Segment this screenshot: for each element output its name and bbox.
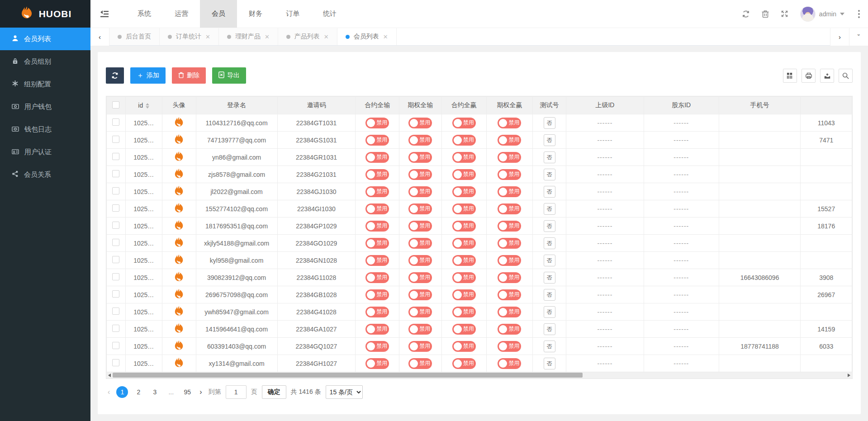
sidebar-item-3[interactable]: 用户钱包 [0, 95, 90, 118]
test-account-badge[interactable]: 否 [544, 117, 555, 129]
status-toggle[interactable]: 禁用 [408, 221, 432, 232]
sidebar-toggle-icon[interactable] [90, 10, 118, 18]
sort-icon[interactable] [146, 103, 149, 109]
tab-close-icon[interactable]: ✕ [205, 33, 210, 40]
test-account-badge[interactable]: 否 [544, 272, 555, 284]
export-data-icon[interactable] [820, 69, 834, 83]
tabs-scroll-right-icon[interactable]: › [830, 28, 849, 46]
status-toggle[interactable]: 禁用 [408, 341, 432, 352]
tab-3[interactable]: 产品列表✕ [278, 28, 337, 45]
more-options-icon[interactable] [856, 8, 862, 20]
status-toggle[interactable]: 禁用 [365, 358, 389, 369]
status-toggle[interactable]: 禁用 [365, 324, 389, 335]
test-account-badge[interactable]: 否 [544, 306, 555, 318]
status-toggle[interactable]: 禁用 [365, 169, 389, 180]
page-number-1[interactable]: 1 [116, 386, 128, 398]
test-account-badge[interactable]: 否 [544, 289, 555, 301]
test-account-badge[interactable]: 否 [544, 237, 555, 249]
confirm-page-button[interactable]: 确定 [262, 385, 286, 399]
status-toggle[interactable]: 禁用 [452, 238, 476, 249]
status-toggle[interactable]: 禁用 [498, 203, 521, 214]
sidebar-item-0[interactable]: 会员列表 [0, 28, 90, 50]
column-header-0[interactable]: id [125, 97, 162, 114]
row-checkbox[interactable] [112, 290, 119, 298]
row-checkbox[interactable] [112, 222, 119, 229]
top-menu-item-2[interactable]: 会员 [200, 0, 237, 28]
row-checkbox[interactable] [112, 170, 119, 177]
status-toggle[interactable]: 禁用 [365, 203, 389, 214]
refresh-icon[interactable] [742, 10, 750, 18]
status-toggle[interactable]: 禁用 [498, 169, 521, 180]
page-number-3[interactable]: 3 [149, 386, 161, 398]
status-toggle[interactable]: 禁用 [408, 135, 432, 146]
status-toggle[interactable]: 禁用 [408, 272, 432, 283]
tabs-scroll-left-icon[interactable]: ‹ [90, 28, 109, 46]
refresh-table-button[interactable] [106, 67, 124, 84]
trash-icon[interactable] [762, 10, 769, 18]
status-toggle[interactable]: 禁用 [452, 358, 476, 369]
sidebar-item-6[interactable]: 会员关系 [0, 163, 90, 186]
status-toggle[interactable]: 禁用 [365, 307, 389, 317]
status-toggle[interactable]: 禁用 [365, 221, 389, 232]
status-toggle[interactable]: 禁用 [498, 221, 521, 232]
status-toggle[interactable]: 禁用 [498, 152, 521, 163]
test-account-badge[interactable]: 否 [544, 151, 555, 163]
status-toggle[interactable]: 禁用 [498, 307, 521, 317]
status-toggle[interactable]: 禁用 [408, 118, 432, 128]
status-toggle[interactable]: 禁用 [408, 169, 432, 180]
top-menu-item-0[interactable]: 系统 [126, 0, 163, 28]
status-toggle[interactable]: 禁用 [452, 186, 476, 197]
status-toggle[interactable]: 禁用 [452, 307, 476, 317]
test-account-badge[interactable]: 否 [544, 341, 555, 352]
row-checkbox[interactable] [112, 118, 119, 126]
tab-0[interactable]: 后台首页 [109, 28, 160, 45]
print-icon[interactable] [802, 69, 816, 83]
status-toggle[interactable]: 禁用 [408, 238, 432, 249]
status-toggle[interactable]: 禁用 [498, 118, 521, 128]
status-toggle[interactable]: 禁用 [365, 118, 389, 128]
status-toggle[interactable]: 禁用 [408, 152, 432, 163]
status-toggle[interactable]: 禁用 [365, 341, 389, 352]
add-button[interactable]: ＋ 添加 [130, 67, 166, 84]
row-checkbox[interactable] [112, 273, 119, 280]
test-account-badge[interactable]: 否 [544, 186, 555, 198]
row-checkbox[interactable] [112, 136, 119, 143]
status-toggle[interactable]: 禁用 [365, 186, 389, 197]
tab-close-icon[interactable]: ✕ [324, 33, 329, 40]
status-toggle[interactable]: 禁用 [365, 272, 389, 283]
sidebar-item-2[interactable]: 组别配置 [0, 73, 90, 95]
status-toggle[interactable]: 禁用 [498, 324, 521, 335]
row-checkbox[interactable] [112, 239, 119, 246]
select-all-checkbox[interactable] [112, 101, 119, 109]
status-toggle[interactable]: 禁用 [408, 203, 432, 214]
status-toggle[interactable]: 禁用 [452, 272, 476, 283]
sidebar-item-1[interactable]: 会员组别 [0, 50, 90, 73]
test-account-badge[interactable]: 否 [544, 169, 555, 180]
tab-1[interactable]: 订单统计✕ [160, 28, 219, 45]
status-toggle[interactable]: 禁用 [365, 135, 389, 146]
status-toggle[interactable]: 禁用 [498, 272, 521, 283]
top-menu-item-1[interactable]: 运营 [163, 0, 200, 28]
row-checkbox[interactable] [112, 359, 119, 366]
test-account-badge[interactable]: 否 [544, 255, 555, 266]
test-account-badge[interactable]: 否 [544, 134, 555, 146]
row-checkbox[interactable] [112, 256, 119, 263]
delete-button[interactable]: 删除 [172, 67, 206, 84]
tab-4[interactable]: 会员列表✕ [337, 28, 397, 45]
status-toggle[interactable]: 禁用 [408, 289, 432, 300]
status-toggle[interactable]: 禁用 [498, 135, 521, 146]
status-toggle[interactable]: 禁用 [498, 341, 521, 352]
prev-page-icon[interactable]: ‹ [106, 388, 112, 396]
status-toggle[interactable]: 禁用 [498, 289, 521, 300]
scroll-left-arrow-icon[interactable] [108, 374, 111, 377]
scroll-right-arrow-icon[interactable] [848, 374, 850, 377]
test-account-badge[interactable]: 否 [544, 323, 555, 335]
status-toggle[interactable]: 禁用 [452, 169, 476, 180]
next-page-icon[interactable]: › [198, 388, 204, 396]
tab-close-icon[interactable]: ✕ [383, 33, 388, 40]
status-toggle[interactable]: 禁用 [452, 152, 476, 163]
tab-close-icon[interactable]: ✕ [265, 33, 270, 40]
status-toggle[interactable]: 禁用 [452, 135, 476, 146]
goto-page-input[interactable] [226, 385, 247, 399]
top-menu-item-4[interactable]: 订单 [274, 0, 311, 28]
